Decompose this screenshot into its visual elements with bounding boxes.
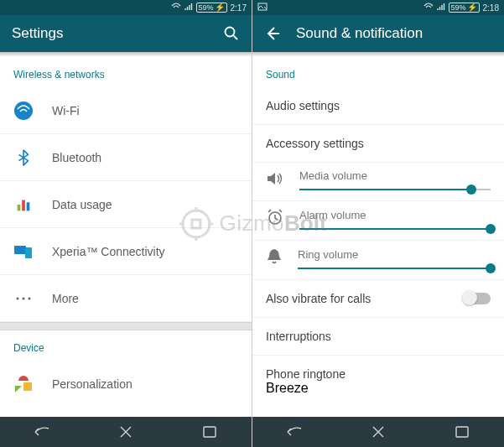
row-label: Data usage: [52, 198, 112, 211]
svg-point-0: [226, 28, 235, 37]
page-title: Sound & notification: [296, 25, 492, 42]
alarm-icon: [266, 208, 284, 230]
slider-label: Ring volume: [298, 248, 491, 261]
row-sublabel: Breeze: [266, 381, 491, 396]
section-divider: [0, 322, 252, 330]
section-wireless: Wireless & networks: [0, 57, 252, 87]
row-label: Wi-Fi: [52, 104, 80, 117]
screen-settings: 59%⚡ 2:17 Settings Wireless & networks W…: [0, 0, 252, 447]
data-usage-icon: [13, 195, 34, 215]
svg-point-8: [22, 297, 24, 299]
app-bar: Sound & notification: [252, 15, 504, 52]
bluetooth-icon: [13, 148, 34, 168]
row-vibrate-calls[interactable]: Also vibrate for calls: [252, 280, 504, 318]
screen-sound-notification: 59%⚡ 2:18 Sound & notification Sound Aud…: [252, 0, 504, 447]
slider-label: Media volume: [299, 169, 491, 182]
battery-indicator: 59%⚡: [449, 3, 480, 13]
row-more[interactable]: More: [0, 275, 252, 322]
row-label: More: [52, 292, 79, 305]
row-audio-settings[interactable]: Audio settings: [252, 87, 504, 125]
back-button[interactable]: [278, 420, 311, 444]
signal-icon: [437, 3, 445, 13]
svg-rect-3: [22, 200, 25, 211]
wifi-icon: [171, 3, 181, 13]
home-button[interactable]: [109, 420, 143, 444]
navigation-bar: [252, 417, 504, 447]
screenshot-icon: [257, 3, 268, 13]
section-device: Device: [0, 330, 252, 361]
media-volume-icon: [266, 170, 284, 190]
slider-ring-volume[interactable]: Ring volume: [252, 241, 504, 280]
status-bar: 59%⚡ 2:18: [252, 0, 504, 15]
row-data-usage[interactable]: Data usage: [0, 181, 252, 228]
row-label: Interruptions: [266, 330, 491, 343]
row-label: Bluetooth: [52, 151, 101, 164]
wifi-icon: [13, 101, 34, 121]
recent-button[interactable]: [445, 420, 479, 444]
svg-point-9: [28, 297, 30, 299]
app-bar: Settings: [0, 15, 252, 52]
svg-rect-14: [456, 427, 468, 437]
personalization-icon: [13, 374, 34, 394]
clock: 2:17: [231, 3, 247, 13]
section-sound: Sound: [252, 57, 504, 87]
row-label: Accessory settings: [266, 137, 491, 150]
svg-point-1: [14, 101, 33, 120]
row-accessory-settings[interactable]: Accessory settings: [252, 125, 504, 163]
svg-rect-5: [14, 246, 26, 254]
svg-point-7: [16, 297, 18, 299]
devices-icon: [13, 242, 34, 262]
bell-icon: [266, 247, 283, 269]
row-label: Phone ringtone: [266, 367, 491, 381]
row-xperia-connectivity[interactable]: Xperia™ Connectivity: [0, 228, 252, 275]
recent-button[interactable]: [193, 420, 226, 444]
slider-track[interactable]: [299, 228, 491, 230]
svg-rect-11: [204, 427, 216, 437]
navigation-bar: [0, 417, 252, 447]
row-phone-ringtone[interactable]: Phone ringtone Breeze: [252, 356, 504, 408]
svg-rect-4: [27, 202, 30, 211]
row-label: Xperia™ Connectivity: [52, 245, 165, 258]
status-bar: 59%⚡ 2:17: [0, 0, 252, 15]
slider-label: Alarm volume: [299, 209, 491, 221]
signal-icon: [184, 3, 193, 13]
row-label: Also vibrate for calls: [266, 292, 464, 305]
slider-track[interactable]: [298, 268, 491, 269]
row-personalization[interactable]: Personalization: [0, 361, 252, 408]
wifi-icon: [423, 3, 434, 13]
toggle-switch[interactable]: [464, 293, 491, 304]
slider-alarm-volume[interactable]: Alarm volume: [252, 201, 504, 241]
back-icon[interactable]: [264, 25, 281, 42]
row-label: Audio settings: [266, 99, 491, 112]
slider-track[interactable]: [299, 189, 491, 190]
clock: 2:18: [483, 3, 499, 13]
slider-media-volume[interactable]: Media volume: [252, 163, 504, 201]
battery-indicator: 59%⚡: [196, 3, 227, 13]
row-bluetooth[interactable]: Bluetooth: [0, 134, 252, 181]
row-label: Personalization: [52, 377, 132, 391]
more-icon: [13, 288, 34, 309]
svg-rect-10: [23, 382, 32, 391]
svg-rect-2: [18, 205, 21, 211]
row-wifi[interactable]: Wi-Fi: [0, 87, 252, 134]
svg-rect-6: [25, 247, 32, 258]
settings-list: Wireless & networks Wi-Fi Bluetooth Data…: [0, 57, 252, 417]
row-interruptions[interactable]: Interruptions: [252, 318, 504, 356]
back-button[interactable]: [25, 420, 59, 444]
home-button[interactable]: [361, 420, 395, 444]
search-icon[interactable]: [223, 25, 240, 42]
sound-settings-list: Sound Audio settings Accessory settings …: [252, 57, 504, 417]
page-title: Settings: [12, 25, 208, 42]
